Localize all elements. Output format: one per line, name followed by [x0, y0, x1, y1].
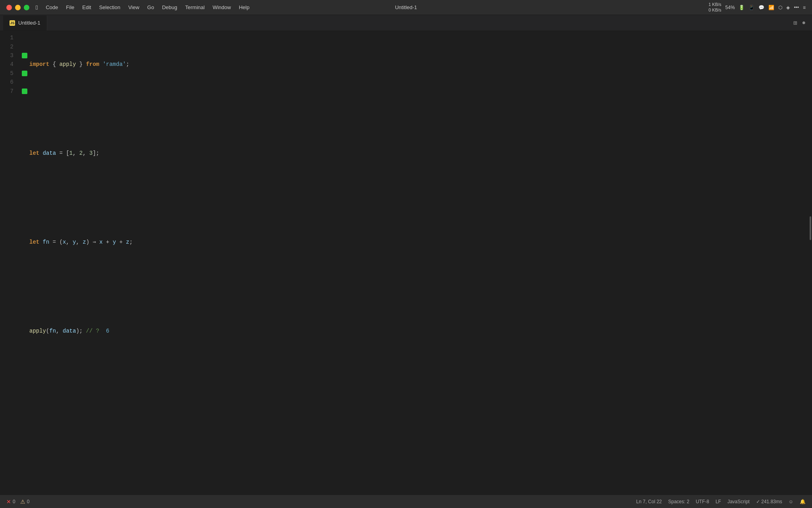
var-fn: fn [43, 238, 50, 246]
bell-icon[interactable]: 🔔 [800, 499, 806, 504]
phone-icon: 📱 [749, 5, 755, 10]
line-6-gutter: 6 [0, 78, 29, 87]
arg-data: data [63, 327, 76, 335]
editor: 1 2 3 4 5 6 [0, 31, 812, 495]
code-line-1: import { apply } from 'ramda' ; [29, 60, 806, 69]
menu-help[interactable]: Help [235, 0, 253, 15]
gutter-5-dot [20, 71, 29, 76]
wechat-icon: 💬 [758, 5, 764, 10]
code-editor[interactable]: import { apply } from 'ramda' ; let data… [29, 31, 806, 495]
code-line-5: let fn = ( x , y , z ) ⇒ x + y + z ; [29, 238, 806, 246]
menubar:  Code File Edit Selection View Go Debug… [0, 0, 253, 15]
maximize-button[interactable] [24, 5, 29, 10]
keyword-let-1: let [29, 149, 39, 158]
expr-y: y [113, 238, 116, 246]
more-actions-icon[interactable]: ● [802, 19, 806, 27]
call-apply: apply [29, 327, 46, 335]
line-2-gutter: 2 [0, 42, 29, 51]
line-num-2: 2 [0, 44, 20, 50]
indentation[interactable]: Spaces: 2 [668, 499, 689, 504]
titlebar-right-icons: 1 KB/s 0 KB/s 54% 🔋 📱 💬 📶 ⬡ ◈ ••• ≡ [709, 2, 806, 12]
line-4-gutter: 4 [0, 60, 29, 69]
system-status: 1 KB/s 0 KB/s 54% 🔋 📱 💬 📶 ⬡ ◈ ••• ≡ [709, 2, 806, 12]
keyword-let-2: let [29, 238, 39, 246]
param-z: z [82, 238, 86, 246]
tabbar: JS Untitled-1 ⊞ ● [0, 15, 812, 31]
warning-count[interactable]: ⚠ 0 [20, 498, 30, 505]
scrollbar-thumb[interactable] [810, 216, 811, 240]
battery-icon: 🔋 [739, 5, 745, 10]
line-numbers-gutter: 1 2 3 4 5 6 [0, 31, 29, 495]
encoding[interactable]: UTF-8 [696, 499, 709, 504]
statusbar: ✕ 0 ⚠ 0 Ln 7, Col 22 Spaces: 2 UTF-8 LF … [0, 495, 812, 508]
menu-debug[interactable]: Debug [158, 0, 181, 15]
code-line-6 [29, 282, 806, 291]
warning-number: 0 [27, 499, 30, 504]
comment-question: ? [96, 327, 99, 335]
tab-right-icons: ⊞ ● [793, 19, 812, 27]
gutter-3-dot [20, 53, 29, 58]
titlebar:  Code File Edit Selection View Go Debug… [0, 0, 812, 15]
finder-icon: ◈ [786, 5, 790, 10]
close-button[interactable] [6, 5, 12, 10]
cast-icon: ⬡ [778, 5, 782, 10]
battery-label: 54% [725, 5, 735, 10]
window-title: Untitled-1 [395, 4, 417, 10]
line-num-5: 5 [0, 70, 20, 77]
line-num-6: 6 [0, 79, 20, 85]
comment-result: 6 [106, 327, 109, 335]
line-1-gutter: 1 [0, 33, 29, 42]
split-editor-icon[interactable]: ⊞ [793, 19, 797, 27]
line-7-gutter: 7 [0, 87, 29, 95]
language-mode[interactable]: JavaScript [728, 499, 750, 504]
gutter-7-dot [20, 89, 29, 94]
menu-window[interactable]: Window [209, 0, 235, 15]
status-right: Ln 7, Col 22 Spaces: 2 UTF-8 LF JavaScri… [636, 499, 806, 504]
error-count[interactable]: ✕ 0 [6, 498, 15, 505]
error-icon: ✕ [6, 498, 11, 505]
eol-type[interactable]: LF [716, 499, 721, 504]
minimize-button[interactable] [15, 5, 21, 10]
menu-view[interactable]: View [124, 0, 143, 15]
line-num-1: 1 [0, 35, 20, 41]
string-ramda: 'ramda' [103, 60, 126, 69]
line-3-gutter: 3 [0, 51, 29, 60]
expr-z: z [126, 238, 129, 246]
timing-badge: ✓ 241.83ms [756, 499, 782, 504]
comment-text: // [82, 327, 96, 335]
error-number: 0 [13, 499, 15, 504]
number-2: 2 [79, 149, 82, 158]
keyword-import: import [29, 60, 49, 69]
smiley-icon[interactable]: ☺ [789, 499, 793, 504]
param-y: y [73, 238, 76, 246]
tab-js-icon: JS [10, 20, 15, 26]
code-line-3: let data = [ 1 , 2 , 3 ]; [29, 149, 806, 158]
menu-code[interactable]: Code [42, 0, 62, 15]
menu-selection[interactable]: Selection [95, 0, 124, 15]
line-5-gutter: 5 [0, 69, 29, 78]
menu-terminal[interactable]: Terminal [181, 0, 209, 15]
expr-x: x [100, 238, 103, 246]
code-line-7: apply ( fn , data ); // ? 6 [29, 327, 806, 335]
keyword-from: from [86, 60, 100, 69]
line-num-3: 3 [0, 52, 20, 59]
warning-icon: ⚠ [20, 498, 25, 505]
breakpoint-3[interactable] [22, 53, 27, 58]
tab-untitled1[interactable]: JS Untitled-1 [3, 15, 47, 31]
scrollbar[interactable] [806, 31, 812, 495]
number-3: 3 [89, 149, 92, 158]
more-icon: ••• [794, 5, 799, 10]
breakpoint-7[interactable] [22, 89, 27, 94]
line-num-4: 4 [0, 61, 20, 67]
traffic-lights [0, 5, 29, 10]
menu-go[interactable]: Go [143, 0, 158, 15]
menu-file[interactable]: File [62, 0, 79, 15]
tab-label: Untitled-1 [18, 20, 40, 26]
identifier-apply: apply [59, 60, 76, 69]
var-data: data [43, 149, 56, 158]
menu-edit[interactable]: Edit [79, 0, 95, 15]
apple-menu[interactable]:  [32, 0, 42, 15]
cursor-position[interactable]: Ln 7, Col 22 [636, 499, 662, 504]
breakpoint-5[interactable] [22, 71, 27, 76]
line-num-7: 7 [0, 88, 20, 94]
